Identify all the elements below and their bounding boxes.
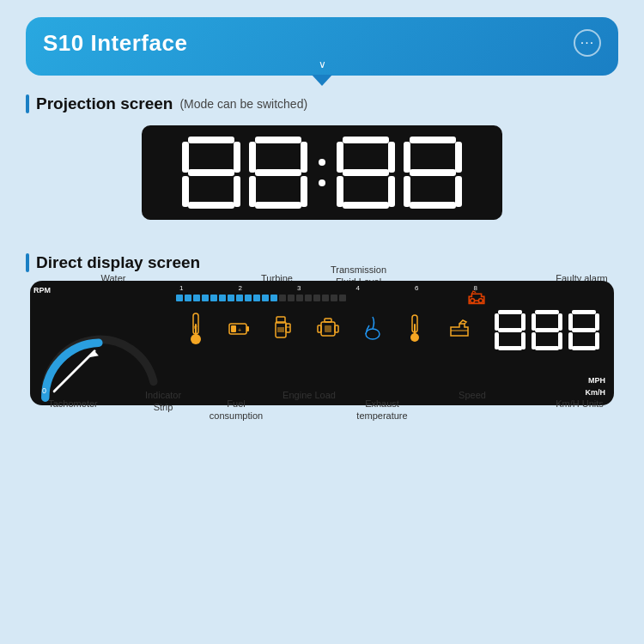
bar-seg xyxy=(253,295,260,301)
bar-seg xyxy=(305,295,312,301)
svg-rect-17 xyxy=(318,325,321,332)
bar-seg xyxy=(245,295,252,301)
svg-rect-7 xyxy=(246,326,249,331)
speed-seg-2 xyxy=(530,309,564,378)
projection-display xyxy=(142,125,502,220)
svg-text:+: + xyxy=(237,327,240,333)
svg-point-23 xyxy=(410,333,419,342)
bar-seg xyxy=(236,295,243,301)
battery-icon: + xyxy=(228,321,251,337)
bar-num-6: 6 xyxy=(415,284,418,292)
ann-kmh-units: Km/H Units xyxy=(550,398,610,410)
ann-indicator: Indicator Strip xyxy=(137,389,189,414)
bar-seg xyxy=(279,295,286,301)
kmh-label: Km/H xyxy=(585,388,605,397)
header-title: S10 Interface xyxy=(43,30,187,57)
fault-alarm-icon xyxy=(466,289,487,307)
svg-rect-18 xyxy=(335,325,338,332)
oil-can-icon xyxy=(447,319,471,339)
ann-speed: Speed xyxy=(447,389,498,401)
svg-rect-8 xyxy=(231,325,236,332)
bar-seg xyxy=(185,295,191,301)
bar-seg xyxy=(202,295,209,301)
zero-label: 0 xyxy=(42,386,46,395)
svg-text:t°: t° xyxy=(193,325,197,330)
bar-seg xyxy=(339,295,346,301)
bar-seg xyxy=(288,295,295,301)
ann-exhaust: Exhaust temperature xyxy=(352,398,412,422)
projection-title: Projection screen xyxy=(36,94,173,113)
seg-digit-1 xyxy=(180,135,242,210)
bar-num-2: 2 xyxy=(239,284,242,292)
engine-icon xyxy=(316,317,340,341)
bar-num-1: 1 xyxy=(179,284,183,292)
seg-digit-4 xyxy=(402,135,464,210)
bar-seg xyxy=(322,295,329,301)
speed-seg-1 xyxy=(493,309,527,378)
section-bar xyxy=(26,94,29,113)
svg-point-24 xyxy=(471,299,475,303)
bar-seg xyxy=(193,295,200,301)
bar-seg xyxy=(262,295,269,301)
seg-colon xyxy=(314,135,330,210)
svg-rect-22 xyxy=(414,324,416,334)
projection-label: Projection screen (Mode can be switched) xyxy=(26,94,618,113)
projection-sub: (Mode can be switched) xyxy=(179,97,307,111)
projection-section: Projection screen (Mode can be switched) xyxy=(26,94,618,220)
display-panel: RPM 1 2 3 4 6 8 xyxy=(30,281,614,405)
icons-strip: t° + xyxy=(176,305,481,352)
direct-title: Direct display screen xyxy=(36,253,200,272)
fuel-icon xyxy=(274,315,293,343)
bar-seg xyxy=(176,295,183,301)
bar-seg xyxy=(210,295,217,301)
bar-numbers: 1 2 3 4 6 8 xyxy=(176,284,481,292)
svg-point-4 xyxy=(191,334,201,344)
blue-progress-bar xyxy=(176,293,481,303)
rpm-label: RPM xyxy=(33,286,51,295)
svg-point-20 xyxy=(366,329,380,339)
ann-engine-load: Engine Load xyxy=(279,389,339,401)
seg-digit-2 xyxy=(247,135,309,210)
bar-seg xyxy=(296,295,303,301)
oil-icon xyxy=(363,315,382,343)
bar-seg xyxy=(219,295,226,301)
mph-label: MPH xyxy=(588,376,605,385)
direct-label: Direct display screen xyxy=(26,253,618,272)
svg-rect-11 xyxy=(277,327,284,332)
bar-num-3: 3 xyxy=(297,284,301,292)
header-bubble: S10 Interface ··· ∨ xyxy=(26,17,618,76)
bar-seg xyxy=(331,295,337,301)
water-temp-icon: t° xyxy=(186,312,205,346)
bar-seg xyxy=(270,295,277,301)
bar-seg xyxy=(313,295,320,301)
chevron-down-icon: ∨ xyxy=(319,58,326,70)
svg-rect-19 xyxy=(325,319,331,322)
svg-point-25 xyxy=(478,299,483,303)
ann-fuel: Fuel consumption xyxy=(206,398,266,422)
dots-button[interactable]: ··· xyxy=(574,29,601,57)
bar-num-4: 4 xyxy=(356,284,360,292)
seg-digit-3 xyxy=(335,135,397,210)
svg-rect-12 xyxy=(286,324,290,332)
direct-section: Direct display screen Water temperature … xyxy=(26,253,618,405)
section-bar-2 xyxy=(26,253,29,272)
speed-seg-3 xyxy=(567,309,601,378)
svg-rect-16 xyxy=(325,325,331,332)
ann-tachometer: Tachometer xyxy=(43,398,103,410)
temp-icon xyxy=(405,313,424,344)
bar-seg xyxy=(228,295,234,301)
